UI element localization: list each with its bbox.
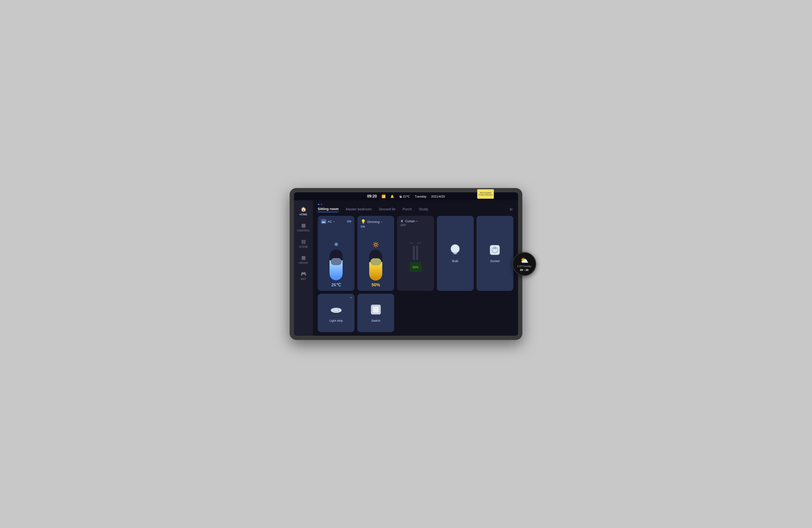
ac-title: ▬ AC ▾ bbox=[321, 219, 335, 224]
curtain-open-percent: 50% bbox=[409, 262, 421, 272]
chevron-down-dim-icon: ▾ bbox=[381, 221, 382, 223]
scene-icon: ▤ bbox=[301, 239, 306, 244]
main-area: 🏠 HOME ▦ CONTROL ▤ SCENE ▦ GROUP 🎮 E bbox=[294, 200, 518, 336]
more-icon[interactable]: ≡: bbox=[509, 207, 513, 212]
dim-handle[interactable] bbox=[371, 258, 381, 265]
svg-point-9 bbox=[334, 308, 338, 310]
sidebar-label-control: CONTROL bbox=[297, 229, 310, 232]
curtain-top bbox=[409, 243, 422, 243]
sidebar-item-group[interactable]: ▦ GROUP bbox=[295, 252, 312, 267]
dim-slider[interactable] bbox=[369, 250, 382, 281]
svg-rect-2 bbox=[454, 253, 456, 254]
ac-handle[interactable] bbox=[331, 258, 342, 265]
dim-slider-container: 🔆 50% bbox=[361, 229, 391, 288]
dim-title: 💡 Dimming ▾ bbox=[361, 219, 391, 224]
bulb-label: Bulb bbox=[452, 259, 458, 263]
curtain-title: ⏸ Curtain ▾ bbox=[400, 219, 431, 223]
ac-slider-container: ❄ 26℃ bbox=[321, 226, 351, 288]
lamp-icon: 💡 bbox=[361, 219, 366, 224]
weather-widget-time: 09：20 bbox=[520, 268, 528, 272]
screen: 09:20 📶 🔔 🌤 22℃ Tuesday 2021/4/20 🏠 HOME… bbox=[294, 192, 518, 336]
ac-temp: 26℃ bbox=[331, 282, 341, 288]
curtain-middle bbox=[413, 246, 418, 260]
control-icon: ▦ bbox=[301, 222, 306, 228]
curtain-card-header: ⏸ Curtain ▾ OFF bbox=[400, 219, 431, 227]
dot-inactive bbox=[320, 204, 322, 205]
dot-active bbox=[318, 204, 320, 205]
wifi-icon: 📶 bbox=[381, 194, 386, 198]
tab-porch[interactable]: Porch bbox=[403, 207, 412, 212]
light-strip-icon bbox=[329, 304, 343, 317]
bulb-icon bbox=[448, 244, 462, 257]
day-label: Tuesday bbox=[415, 195, 426, 198]
curtain-right-panel bbox=[417, 243, 422, 243]
curtain-left-strip bbox=[413, 246, 415, 260]
weather-widget-date: 4.20 Tuesday bbox=[517, 265, 531, 267]
tab-master[interactable]: Master bedroom bbox=[346, 207, 372, 212]
alert-icon: 🔔 bbox=[390, 195, 394, 198]
svg-rect-6 bbox=[495, 247, 496, 249]
ac-card[interactable]: ▬ AC ▾ ON ❄ 26℃ bbox=[318, 216, 354, 291]
sidebar-item-ent[interactable]: 🎮 ENT bbox=[295, 268, 312, 283]
light-strip-label: Light strip bbox=[329, 319, 343, 322]
dimming-card[interactable]: 💡 Dimming ▾ ON 🔆 50 bbox=[357, 216, 394, 291]
tab-sitting[interactable]: Sitting room bbox=[318, 207, 338, 212]
clock: 09:20 bbox=[367, 194, 377, 199]
ac-card-header: ▬ AC ▾ ON bbox=[321, 219, 351, 224]
content-area: Sitting room Master bedroom Second lie P… bbox=[313, 200, 518, 336]
sidebar-label-scene: SCENE bbox=[299, 245, 308, 248]
sidebar-label-ent: ENT bbox=[301, 278, 306, 280]
indicator-dots bbox=[318, 204, 513, 205]
switch-card[interactable]: Switch bbox=[357, 294, 394, 332]
curtain-left-panel bbox=[409, 243, 414, 243]
temperature: 22℃ bbox=[403, 195, 410, 198]
dim-status: ON bbox=[361, 225, 365, 229]
socket-card[interactable]: Socket bbox=[477, 216, 513, 291]
ent-icon: 🎮 bbox=[301, 271, 306, 277]
weather-widget: ⛅ 4.20 Tuesday 09：20 bbox=[512, 252, 536, 276]
socket-svg bbox=[488, 244, 502, 256]
chevron-down-curtain-icon: ▾ bbox=[417, 220, 418, 222]
ac-slider[interactable] bbox=[330, 250, 343, 280]
light-strip-card[interactable]: ▾ Light strip bbox=[318, 294, 354, 332]
socket-label: Socket bbox=[490, 259, 500, 263]
sidebar-item-home[interactable]: 🏠 HOME bbox=[295, 204, 312, 218]
date-label: 2021/4/20 bbox=[431, 195, 445, 198]
dim-card-header: 💡 Dimming ▾ ON bbox=[361, 219, 391, 229]
sidebar-item-control[interactable]: ▦ CONTROL bbox=[295, 220, 312, 234]
ac-label: AC bbox=[328, 220, 332, 223]
svg-rect-5 bbox=[494, 247, 495, 249]
device-grid: ▬ AC ▾ ON ❄ 26℃ bbox=[318, 216, 513, 332]
tab-study[interactable]: Study bbox=[419, 207, 428, 212]
chevron-down-lightstrip-icon: ▾ bbox=[350, 296, 352, 299]
sidebar-label-group: GROUP bbox=[299, 261, 308, 264]
svg-rect-11 bbox=[373, 307, 379, 313]
group-icon: ▦ bbox=[301, 255, 306, 261]
snowflake-icon: ❄ bbox=[334, 241, 338, 248]
bulb-card[interactable]: Bulb bbox=[437, 216, 474, 291]
dim-pct: 50% bbox=[372, 282, 380, 288]
sticker: 系列产品说明书 Product instruction bbox=[477, 189, 494, 199]
bulb-glow-icon: 🔆 bbox=[373, 242, 379, 248]
curtain-card[interactable]: ⏸ Curtain ▾ OFF bbox=[397, 216, 434, 291]
sidebar: 🏠 HOME ▦ CONTROL ▤ SCENE ▦ GROUP 🎮 E bbox=[294, 200, 313, 336]
curtain-right-strip bbox=[416, 246, 418, 260]
home-icon: 🏠 bbox=[301, 206, 306, 212]
weather-icon: 🌤 bbox=[399, 195, 402, 198]
sidebar-item-scene[interactable]: ▤ SCENE bbox=[295, 236, 312, 250]
room-tabs: Sitting room Master bedroom Second lie P… bbox=[318, 207, 513, 212]
curtain-status: OFF bbox=[400, 224, 406, 227]
svg-rect-3 bbox=[490, 245, 499, 255]
ac-status: ON bbox=[347, 220, 351, 223]
svg-rect-1 bbox=[453, 253, 457, 253]
tab-second[interactable]: Second lie bbox=[379, 207, 395, 212]
switch-label: Switch bbox=[371, 319, 380, 322]
curtain-label: Curtain bbox=[405, 219, 415, 223]
lightstrip-svg bbox=[329, 304, 343, 316]
dim-label: Dimming bbox=[367, 220, 379, 224]
ac-icon: ▬ bbox=[321, 219, 326, 224]
sidebar-label-home: HOME bbox=[300, 213, 307, 216]
chevron-down-icon: ▾ bbox=[333, 220, 335, 223]
bulb-svg bbox=[448, 244, 462, 256]
weather-info: 🌤 22℃ bbox=[399, 195, 410, 198]
